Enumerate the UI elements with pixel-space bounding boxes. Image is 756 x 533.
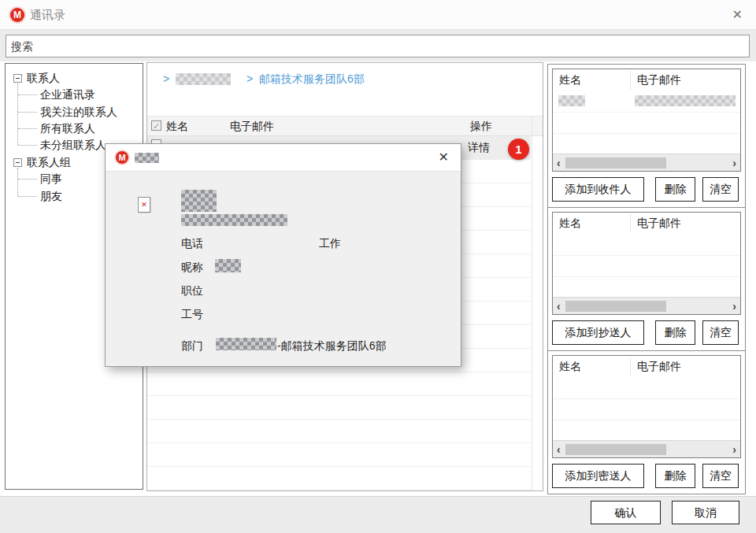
scroll-left-icon[interactable]: ‹ — [557, 156, 561, 170]
table-rows — [553, 91, 740, 154]
bcc-section: 姓名 电子邮件 ‹ › 添加到密送人 删除 清空 — [548, 350, 745, 494]
address-book-window: M 通讯录 ✕ 联系人 企业通讯录 我关注的联系人 所有联系人 未分组联系人 联… — [0, 0, 756, 533]
scrollbar-thumb[interactable] — [565, 157, 666, 168]
dialog-title-bar: M ✕ — [106, 144, 461, 172]
column-separator — [630, 71, 631, 90]
scroll-left-icon[interactable]: ‹ — [557, 299, 561, 313]
redacted-contact-name — [181, 190, 217, 212]
bcc-table: 姓名 电子邮件 ‹ › — [552, 355, 741, 458]
tree-guide-line — [18, 179, 37, 180]
cc-section: 姓名 电子邮件 ‹ › 添加到抄送人 删除 清空 — [548, 207, 745, 350]
department-label: 部门 — [181, 339, 203, 353]
table-rows — [553, 378, 740, 441]
column-header-email: 电子邮件 — [637, 360, 681, 374]
breadcrumb-team-link[interactable]: 邮箱技术服务团队6部 — [259, 72, 365, 87]
column-header-email: 电子邮件 — [230, 120, 274, 134]
tree-guide-line — [18, 112, 37, 113]
nickname-label: 昵称 — [181, 261, 203, 275]
tree-guide-line — [18, 128, 37, 129]
horizontal-scrollbar[interactable]: ‹ › — [553, 297, 740, 314]
dialog-body: ✕ 电话 工作 昵称 职位 工号 部门 -邮箱技术服务团队6部 — [106, 172, 461, 366]
tree-node-contacts[interactable]: 联系人 — [27, 70, 60, 86]
tree-node-ungrouped-contacts[interactable]: 未分组联系人 — [40, 137, 106, 153]
scroll-right-icon[interactable]: › — [732, 299, 736, 313]
scroll-right-icon[interactable]: › — [732, 442, 736, 457]
click-indicator-badge: 1 — [508, 139, 529, 160]
clear-cc-button[interactable]: 清空 — [702, 320, 739, 345]
delete-bcc-button[interactable]: 删除 — [655, 464, 695, 488]
scroll-left-icon[interactable]: ‹ — [557, 442, 561, 457]
redacted-department-prefix — [216, 338, 276, 350]
horizontal-scrollbar[interactable]: ‹ › — [553, 154, 740, 171]
dialog-close-button[interactable]: ✕ — [439, 151, 449, 164]
recipients-table: 姓名 电子邮件 ‹ › — [552, 68, 741, 172]
tree-expander-contact-groups[interactable] — [13, 158, 22, 167]
table-column-separator — [532, 116, 532, 490]
clear-bcc-button[interactable]: 清空 — [702, 464, 739, 488]
tree-expander-contacts[interactable] — [13, 74, 22, 83]
scrollbar-thumb[interactable] — [565, 301, 666, 312]
column-header-email: 电子邮件 — [637, 73, 681, 87]
tree-guide-line — [17, 168, 18, 196]
column-separator — [630, 214, 631, 233]
app-logo-icon: M — [10, 8, 24, 22]
column-header-email: 电子邮件 — [637, 217, 681, 231]
contact-detail-dialog: M ✕ ✕ 电话 工作 昵称 职位 工号 部门 -邮箱技术服务团队6部 — [105, 143, 461, 367]
position-label: 职位 — [181, 284, 203, 298]
tree-node-colleagues[interactable]: 同事 — [40, 171, 62, 187]
breadcrumb-redacted-company[interactable] — [176, 73, 231, 85]
column-header-name: 姓名 — [166, 120, 188, 134]
select-all-checkbox[interactable]: ✓ — [151, 120, 161, 131]
breadcrumb-separator: > — [163, 72, 169, 85]
contacts-table-header: ✓ 姓名 电子邮件 操作 — [147, 116, 543, 136]
column-header-name: 姓名 — [559, 217, 581, 231]
broken-avatar-icon: ✕ — [138, 197, 150, 213]
delete-recipient-button[interactable]: 删除 — [655, 177, 695, 202]
horizontal-scrollbar[interactable]: ‹ › — [553, 440, 740, 457]
department-value: -邮箱技术服务团队6部 — [277, 339, 386, 353]
breadcrumb-separator: > — [246, 72, 253, 85]
scroll-right-icon[interactable]: › — [732, 156, 736, 170]
tree-guide-line — [18, 94, 37, 95]
contact-detail-link[interactable]: 详情 — [468, 141, 490, 155]
cancel-button[interactable]: 取消 — [672, 501, 739, 524]
tree-guide-line — [17, 83, 18, 145]
recipients-section: 姓名 电子邮件 ‹ › 添加到收件人 删除 清空 — [548, 65, 745, 207]
search-input[interactable] — [6, 35, 750, 57]
tree-node-all-contacts[interactable]: 所有联系人 — [40, 120, 95, 136]
redacted-dialog-title — [135, 153, 159, 163]
app-logo-icon: M — [116, 151, 128, 164]
cc-table: 姓名 电子邮件 ‹ › — [552, 212, 741, 315]
employee-id-label: 工号 — [181, 308, 203, 322]
redacted-nickname-value — [215, 259, 241, 272]
delete-cc-button[interactable]: 删除 — [655, 320, 695, 345]
confirm-button[interactable]: 确认 — [591, 501, 661, 524]
redacted-contact-email — [181, 214, 287, 226]
tree-node-friends[interactable]: 朋友 — [40, 188, 62, 204]
work-label: 工作 — [319, 237, 341, 251]
title-bar: M 通讯录 ✕ — [0, 0, 756, 30]
column-header-name: 姓名 — [559, 360, 581, 374]
window-close-button[interactable]: ✕ — [732, 9, 743, 21]
tree-node-contact-groups[interactable]: 联系人组 — [27, 154, 71, 170]
clear-recipients-button[interactable]: 清空 — [702, 177, 739, 202]
column-header-name: 姓名 — [559, 73, 581, 87]
tree-node-followed-contacts[interactable]: 我关注的联系人 — [40, 104, 117, 120]
tree-node-enterprise-directory[interactable]: 企业通讯录 — [40, 87, 95, 102]
table-rows — [553, 235, 740, 298]
tree-guide-line — [18, 145, 37, 146]
redacted-recipient-name — [558, 95, 585, 106]
column-separator — [630, 357, 631, 376]
add-to-bcc-button[interactable]: 添加到密送人 — [552, 464, 644, 488]
add-to-cc-button[interactable]: 添加到抄送人 — [552, 320, 644, 345]
phone-label: 电话 — [181, 237, 203, 251]
tree-guide-line — [18, 196, 37, 197]
column-header-action: 操作 — [470, 120, 492, 134]
recipient-panels: 姓名 电子邮件 ‹ › 添加到收件人 删除 清空 姓名 电子 — [547, 64, 746, 494]
add-to-recipients-button[interactable]: 添加到收件人 — [552, 177, 644, 202]
window-title: 通讯录 — [30, 8, 65, 23]
scrollbar-thumb[interactable] — [565, 444, 666, 455]
redacted-recipient-email — [635, 95, 736, 106]
